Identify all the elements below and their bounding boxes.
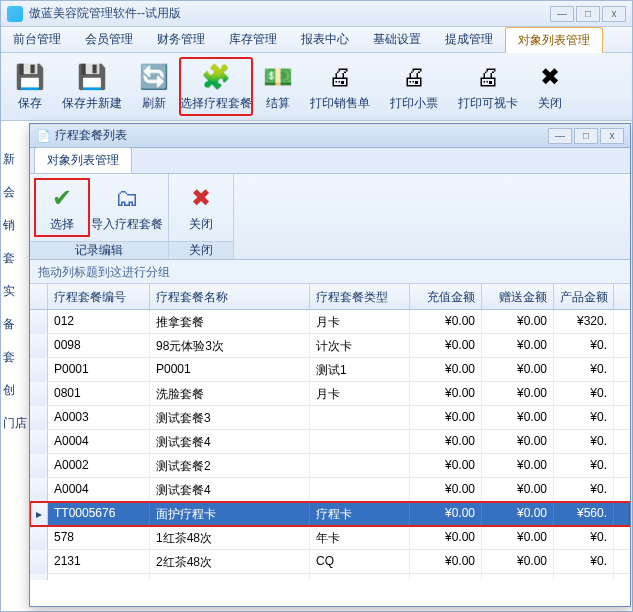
select-button[interactable]: ✔选择 [34,178,90,237]
menu-1[interactable]: 会员管理 [73,27,145,53]
table-row[interactable]: ▸TT0005676面护疗程卡疗程卡¥0.00¥0.00¥560. [30,502,630,526]
main-toolbar: 💾保存💾保存并新建🔄刷新🧩选择疗程套餐💵结算🖨打印销售单🖨打印小票🖨打印可视卡✖… [1,53,632,121]
settle-button-icon: 💵 [262,61,294,93]
child-titlebar: 📄 疗程套餐列表 — □ x [30,124,630,148]
table-row[interactable]: 345洗衣48次膜卡¥0.00¥0.00¥0. [30,574,630,580]
package-list-window: 📄 疗程套餐列表 — □ x 对象列表管理 ✔选择🗂导入疗程套餐记录编辑✖关闭关… [29,123,631,607]
side-labels: 新会销套实备套创门店 [3,151,27,432]
col-header-2[interactable]: 疗程套餐类型 [310,284,410,309]
print-receipt-button-icon: 🖨 [398,61,430,93]
print-sales-button-icon: 🖨 [324,61,356,93]
close-window-button[interactable]: x [602,6,626,22]
child-close-button[interactable]: x [600,128,624,144]
col-header-3[interactable]: 充值金额 [410,284,482,309]
save-button[interactable]: 💾保存 [5,57,55,116]
menu-4[interactable]: 报表中心 [289,27,361,53]
settle-button[interactable]: 💵结算 [253,57,303,116]
child-title: 疗程套餐列表 [55,127,548,144]
refresh-button[interactable]: 🔄刷新 [129,57,179,116]
menu-5[interactable]: 基础设置 [361,27,433,53]
group-panel[interactable]: 拖动列标题到这进行分组 [30,260,630,284]
print-sales-button[interactable]: 🖨打印销售单 [303,57,377,116]
save-new-button-icon: 💾 [76,61,108,93]
table-row[interactable]: A0003测试套餐3¥0.00¥0.00¥0. [30,406,630,430]
table-row[interactable]: A0004测试套餐4¥0.00¥0.00¥0. [30,478,630,502]
import-package-button-icon: 🗂 [111,182,143,214]
table-row[interactable]: 5781红茶48次年卡¥0.00¥0.00¥0. [30,526,630,550]
save-new-button[interactable]: 💾保存并新建 [55,57,129,116]
table-row[interactable]: P0001P0001测试1¥0.00¥0.00¥0. [30,358,630,382]
close-ribbon-button-icon: ✖ [185,182,217,214]
select-package-button-icon: 🧩 [200,61,232,93]
grid-header: 疗程套餐编号疗程套餐名称疗程套餐类型充值金额赠送金额产品金额 [30,284,630,310]
table-row[interactable]: 009898元体验3次计次卡¥0.00¥0.00¥0. [30,334,630,358]
print-card-button-icon: 🖨 [472,61,504,93]
grid-body[interactable]: 012推拿套餐月卡¥0.00¥0.00¥320.009898元体验3次计次卡¥0… [30,310,630,580]
child-minimize-button[interactable]: — [548,128,572,144]
table-row[interactable]: A0004测试套餐4¥0.00¥0.00¥0. [30,430,630,454]
menu-6[interactable]: 提成管理 [433,27,505,53]
tab-object-list[interactable]: 对象列表管理 [34,147,132,173]
col-header-5[interactable]: 产品金额 [554,284,614,309]
print-receipt-button[interactable]: 🖨打印小票 [377,57,451,116]
main-titlebar: 傲蓝美容院管理软件--试用版 — □ x [1,1,632,27]
maximize-button[interactable]: □ [576,6,600,22]
table-row[interactable]: 21312红茶48次CQ¥0.00¥0.00¥0. [30,550,630,574]
refresh-button-icon: 🔄 [138,61,170,93]
print-card-button[interactable]: 🖨打印可视卡 [451,57,525,116]
col-header-1[interactable]: 疗程套餐名称 [150,284,310,309]
child-ribbon: ✔选择🗂导入疗程套餐记录编辑✖关闭关闭 [30,174,630,260]
minimize-button[interactable]: — [550,6,574,22]
menu-7[interactable]: 对象列表管理 [505,27,603,53]
table-row[interactable]: A0002测试套餐2¥0.00¥0.00¥0. [30,454,630,478]
close-ribbon-button[interactable]: ✖关闭 [173,178,229,237]
main-window: 傲蓝美容院管理软件--试用版 — □ x 前台管理会员管理财务管理库存管理报表中… [0,0,633,612]
import-package-button[interactable]: 🗂导入疗程套餐 [90,178,164,237]
table-row[interactable]: 0801洗脸套餐月卡¥0.00¥0.00¥0. [30,382,630,406]
select-package-button[interactable]: 🧩选择疗程套餐 [179,57,253,116]
child-maximize-button[interactable]: □ [574,128,598,144]
main-menubar: 前台管理会员管理财务管理库存管理报表中心基础设置提成管理对象列表管理 [1,27,632,53]
child-tabstrip: 对象列表管理 [30,148,630,174]
main-title: 傲蓝美容院管理软件--试用版 [29,5,550,22]
doc-icon: 📄 [36,129,51,143]
menu-2[interactable]: 财务管理 [145,27,217,53]
close-button-icon: ✖ [534,61,566,93]
menu-3[interactable]: 库存管理 [217,27,289,53]
app-logo-icon [7,6,23,22]
col-header-4[interactable]: 赠送金额 [482,284,554,309]
save-button-icon: 💾 [14,61,46,93]
menu-0[interactable]: 前台管理 [1,27,73,53]
package-grid: 疗程套餐编号疗程套餐名称疗程套餐类型充值金额赠送金额产品金额 012推拿套餐月卡… [30,284,630,580]
close-button[interactable]: ✖关闭 [525,57,575,116]
select-button-icon: ✔ [46,182,78,214]
col-header-0[interactable]: 疗程套餐编号 [48,284,150,309]
table-row[interactable]: 012推拿套餐月卡¥0.00¥0.00¥320. [30,310,630,334]
